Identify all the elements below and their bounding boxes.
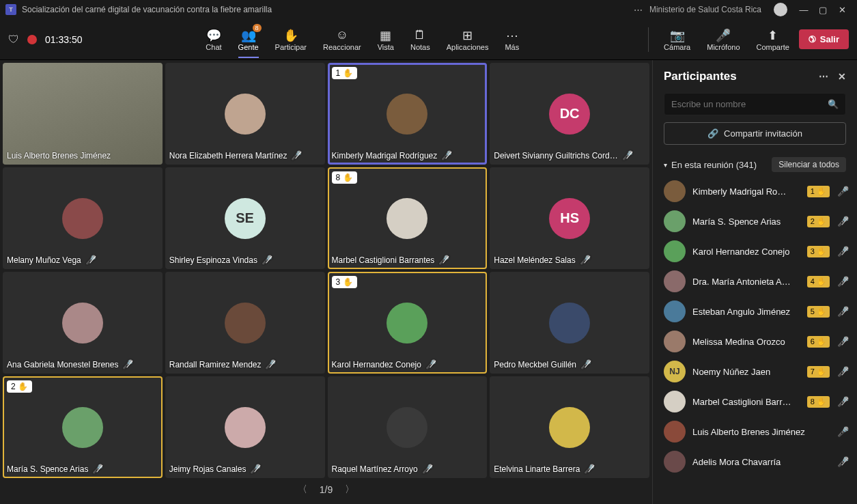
- participant-tile[interactable]: 1 ✋Kimberly Madrigal Rodríguez🎤̸: [328, 63, 488, 165]
- view-button[interactable]: ▦ Vista: [371, 25, 401, 54]
- participant-name: Nora Elizabeth Herrera Martínez: [169, 151, 287, 160]
- participant-name: Adelis Mora Chavarría: [692, 457, 830, 467]
- participant-row[interactable]: Marbel Castiglioni Barr…8 ✋🎤̸: [660, 387, 853, 417]
- hand-raised-badge: 8 ✋: [807, 396, 830, 408]
- mic-muted-icon: 🎤̸: [837, 396, 849, 407]
- participant-row[interactable]: Luis Alberto Brenes Jiménez🎤: [660, 417, 853, 447]
- mic-muted-icon: 🎤̸: [837, 216, 849, 227]
- video-grid: Luis Alberto Brenes JiménezNora Elizabet…: [3, 63, 649, 478]
- participant-name: Dra. María Antonieta A…: [692, 277, 800, 287]
- hand-raised-badge: 2 ✋: [7, 380, 32, 393]
- participant-search[interactable]: 🔍: [664, 93, 846, 115]
- participant-tile[interactable]: Nora Elizabeth Herrera Martínez🎤̸: [165, 63, 325, 165]
- participant-tile[interactable]: 2 ✋María S. Spence Arias🎤̸: [3, 376, 163, 478]
- apps-label: Aplicaciones: [447, 43, 489, 51]
- mic-muted-icon: 🎤̸: [438, 255, 449, 265]
- mute-all-button[interactable]: Silenciar a todos: [772, 157, 846, 172]
- participant-row[interactable]: Kimberly Madrigal Ro…1 ✋🎤: [660, 176, 853, 206]
- participant-name: Marbel Castiglioni Barr…: [692, 397, 800, 407]
- teams-app-icon: T: [5, 4, 16, 15]
- search-input[interactable]: [671, 99, 828, 109]
- leave-button[interactable]: ✆ Salir: [799, 29, 849, 49]
- raise-hand-button[interactable]: ✋ Participar: [268, 25, 313, 54]
- hand-raised-badge: 5 ✋: [807, 306, 830, 318]
- smile-icon: ☺: [336, 28, 348, 43]
- mic-muted-icon: 🎤̸: [837, 456, 849, 467]
- participant-row[interactable]: Dra. María Antonieta A…4 ✋🎤̸: [660, 266, 853, 296]
- avatar: [664, 180, 686, 202]
- window-minimize-icon[interactable]: —: [794, 0, 813, 19]
- participants-list[interactable]: Kimberly Madrigal Ro…1 ✋🎤María S. Spence…: [653, 176, 857, 504]
- mic-muted-icon: 🎤̸: [291, 150, 302, 160]
- share-invite-button[interactable]: 🔗 Compartir invitación: [664, 122, 846, 145]
- participant-tile[interactable]: Melany Muñoz Vega🎤̸: [3, 167, 163, 269]
- window-close-icon[interactable]: ✕: [832, 0, 852, 19]
- participant-name: Kimberly Madrigal Ro…: [692, 186, 800, 197]
- participant-tile[interactable]: DCDeivert Sivianny Guiltrichs Cord…🎤̸: [490, 63, 649, 165]
- share-button[interactable]: ⬆ Comparte: [750, 25, 796, 54]
- more-button[interactable]: ⋯ Más: [498, 25, 526, 54]
- camera-label: Cámara: [664, 43, 690, 51]
- notes-button[interactable]: 🗒 Notas: [404, 25, 437, 54]
- participant-tile[interactable]: 8 ✋Marbel Castiglioni Barrantes🎤̸: [328, 167, 488, 269]
- avatar: [62, 303, 103, 344]
- participant-name: Ana Gabriela Monestel Brenes: [7, 360, 118, 369]
- participant-tile[interactable]: Etelvina Linarte Barrera🎤̸: [490, 376, 649, 478]
- hand-raised-badge: 3 ✋: [332, 276, 357, 288]
- mic-muted-icon: 🎤̸: [441, 150, 452, 160]
- panel-close-icon[interactable]: ✕: [838, 71, 846, 82]
- recording-indicator-icon: [27, 35, 37, 44]
- hand-raised-badge: 2 ✋: [807, 216, 830, 227]
- chevron-down-icon[interactable]: ▾: [664, 161, 667, 169]
- pager-text: 1/9: [320, 484, 333, 495]
- participant-name: Jeimy Rojas Canales: [169, 464, 247, 474]
- shield-icon: 🛡: [8, 33, 19, 46]
- panel-more-icon[interactable]: ⋯: [819, 71, 828, 82]
- participant-name: Melany Muñoz Vega: [7, 255, 81, 265]
- hand-icon: ✋: [283, 28, 298, 43]
- people-button[interactable]: 👥 8 Gente: [231, 25, 266, 54]
- camera-button[interactable]: 📷 Cámara: [657, 25, 697, 54]
- avatar: SE: [225, 198, 266, 239]
- participant-name: Etelvina Linarte Barrera: [494, 464, 580, 474]
- apps-button[interactable]: ⊞ Aplicaciones: [440, 25, 496, 54]
- participant-row[interactable]: Adelis Mora Chavarría🎤̸: [660, 447, 853, 477]
- participant-row[interactable]: NJNoemy Núñez Jaen7 ✋🎤̸: [660, 356, 853, 387]
- participant-tile[interactable]: HSHazel Meléndez Salas🎤̸: [490, 167, 649, 269]
- participant-row[interactable]: María S. Spence Arias2 ✋🎤̸: [660, 206, 853, 236]
- mic-muted-icon: 🎤̸: [837, 336, 849, 347]
- avatar: [62, 198, 103, 239]
- pager-prev-icon[interactable]: 〈: [295, 481, 310, 499]
- more-title-icon[interactable]: ⋯: [634, 5, 643, 15]
- mic-muted-icon: 🎤̸: [837, 366, 849, 377]
- mic-icon: 🎤: [716, 28, 731, 43]
- share-label: Comparte: [757, 43, 789, 51]
- mic-button[interactable]: 🎤 Micrófono: [700, 25, 746, 54]
- participant-tile[interactable]: Ana Gabriela Monestel Brenes🎤̸: [3, 272, 163, 374]
- avatar: [549, 407, 590, 448]
- participant-tile[interactable]: Luis Alberto Brenes Jiménez: [3, 63, 163, 165]
- hand-raised-badge: 7 ✋: [807, 366, 830, 378]
- participant-row[interactable]: Melissa Medina Orozco6 ✋🎤̸: [660, 326, 853, 356]
- participant-row[interactable]: Esteban Angulo Jiménez5 ✋🎤̸: [660, 296, 853, 326]
- window-maximize-icon[interactable]: ▢: [813, 0, 832, 19]
- participant-tile[interactable]: Raquel Martínez Arroyo🎤̸: [328, 376, 488, 478]
- participant-tile[interactable]: Randall Ramirez Mendez🎤̸: [165, 272, 325, 374]
- chat-button[interactable]: 💬 Chat: [199, 25, 228, 54]
- participant-name: Luis Alberto Brenes Jiménez: [7, 151, 111, 160]
- participant-row[interactable]: Karol Hernandez Conejo3 ✋🎤̸: [660, 236, 853, 266]
- participant-tile[interactable]: Jeimy Rojas Canales🎤̸: [165, 376, 325, 478]
- mic-muted-icon: 🎤̸: [92, 464, 103, 474]
- participant-name: Esteban Angulo Jiménez: [692, 307, 800, 317]
- pager-next-icon[interactable]: 〉: [342, 481, 357, 499]
- react-button[interactable]: ☺ Reaccionar: [316, 25, 368, 54]
- participant-tile[interactable]: Pedro Meckbel Guillén🎤̸: [490, 272, 649, 374]
- mic-muted-icon: 🎤̸: [425, 359, 436, 369]
- avatar: HS: [549, 198, 590, 239]
- participant-tile[interactable]: 3 ✋Karol Hernandez Conejo🎤̸: [328, 272, 488, 374]
- avatar: [664, 331, 686, 352]
- participant-tile[interactable]: SEShirley Espinoza Vindas🎤̸: [165, 167, 325, 269]
- share-screen-icon: ⬆: [768, 28, 778, 43]
- search-icon: 🔍: [828, 99, 839, 109]
- user-avatar[interactable]: [774, 3, 787, 16]
